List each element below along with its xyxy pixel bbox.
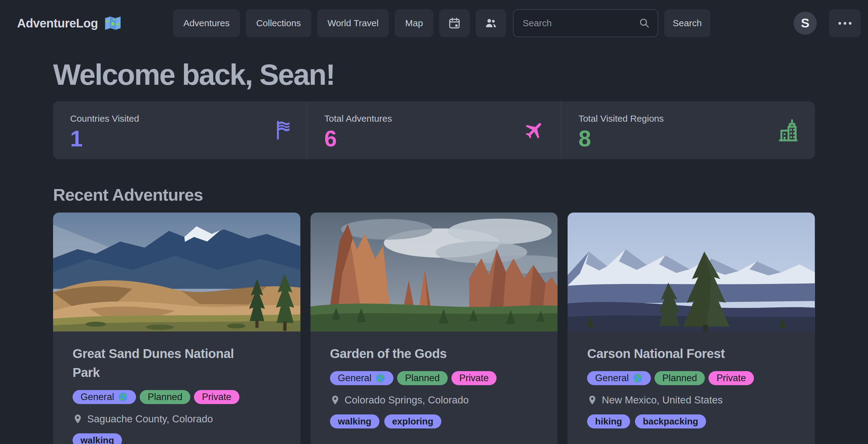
brand-title: AdventureLog (17, 17, 98, 30)
location-text: Saguache County, Colorado (87, 413, 213, 425)
adventure-card[interactable]: Garden of the Gods General Planned Priva… (310, 213, 558, 444)
status-badge: Planned (397, 371, 448, 385)
stat-value: 6 (324, 127, 544, 150)
category-badge: General (72, 390, 136, 404)
stat-total-adventures: Total Adventures 6 (307, 101, 561, 159)
badge-row: General Planned Private (330, 371, 538, 385)
plane-icon (524, 119, 546, 141)
nav-world-travel[interactable]: World Travel (317, 9, 389, 37)
location-row: New Mexico, United States (587, 394, 796, 406)
tag-row: walking exploring (330, 414, 538, 429)
adventure-card[interactable]: Carson National Forest General Planned P… (567, 213, 815, 444)
card-body: Great Sand Dunes National Park General P… (53, 331, 301, 444)
card-body: Garden of the Gods General Planned Priva… (310, 331, 558, 444)
tag-badge: walking (72, 433, 122, 444)
stat-countries-visited: Countries Visited 1 (53, 101, 307, 159)
adventure-card-grid: Great Sand Dunes National Park General P… (53, 213, 815, 444)
category-badge: General (587, 371, 651, 385)
flag-icon (275, 120, 291, 140)
location-text: New Mexico, United States (602, 394, 722, 406)
visibility-badge: Private (452, 371, 497, 385)
users-icon (484, 17, 497, 30)
stat-value: 1 (70, 127, 289, 150)
visibility-badge: Private (194, 390, 239, 404)
overflow-menu-button[interactable] (829, 9, 861, 37)
nav-map[interactable]: Map (395, 9, 433, 37)
badge-row: General Planned Private (587, 371, 796, 385)
location-row: Saguache County, Colorado (72, 413, 281, 425)
card-body: Carson National Forest General Planned P… (567, 331, 815, 444)
nav-right: S (794, 9, 861, 37)
globe-icon (375, 373, 385, 383)
tag-row: hiking backpacking (587, 414, 796, 429)
card-title: Garden of the Gods (330, 344, 513, 363)
nav-adventures[interactable]: Adventures (173, 9, 240, 37)
location-text: Colorado Springs, Colorado (345, 394, 469, 406)
tag-row: walking (72, 433, 281, 444)
map-icon (104, 14, 122, 32)
users-button[interactable] (475, 9, 506, 37)
avatar[interactable]: S (794, 11, 817, 35)
tag-badge: backpacking (635, 414, 706, 429)
main-content: Welcome back, Sean! Countries Visited 1 … (0, 59, 868, 444)
navbar: AdventureLog Adventures Collections Worl… (0, 0, 868, 46)
globe-icon (632, 373, 643, 383)
search-icon (639, 18, 650, 29)
recent-adventures-heading: Recent Adventures (53, 185, 815, 204)
city-icon (775, 117, 800, 144)
stat-total-visited-regions: Total Visited Regions 8 (561, 101, 815, 159)
snowy-mountains-photo (567, 213, 815, 331)
location-pin-icon (587, 395, 597, 405)
avatar-initial: S (801, 16, 809, 31)
sand-dunes-photo (53, 213, 301, 331)
card-title: Great Sand Dunes National Park (72, 344, 255, 382)
search-input[interactable] (513, 9, 658, 37)
nav-links: Adventures Collections World Travel Map (173, 9, 506, 37)
search-button[interactable]: Search (664, 9, 710, 37)
stat-label: Countries Visited (70, 114, 289, 124)
badge-row: General Planned Private (72, 390, 281, 404)
welcome-heading: Welcome back, Sean! (53, 59, 815, 91)
globe-icon (118, 392, 128, 402)
location-pin-icon (330, 395, 340, 405)
location-row: Colorado Springs, Colorado (330, 394, 538, 406)
stat-value: 8 (579, 127, 798, 150)
calendar-icon (448, 17, 461, 30)
location-pin-icon (72, 414, 83, 424)
tag-badge: exploring (384, 414, 441, 429)
calendar-button[interactable] (439, 9, 470, 37)
category-badge: General (330, 371, 394, 385)
stat-label: Total Visited Regions (579, 114, 798, 124)
status-badge: Planned (140, 390, 190, 404)
ellipsis-icon (838, 22, 841, 25)
stat-label: Total Adventures (324, 114, 544, 124)
status-badge: Planned (654, 371, 705, 385)
tag-badge: walking (330, 414, 379, 429)
adventure-card[interactable]: Great Sand Dunes National Park General P… (53, 213, 301, 444)
red-rocks-photo (310, 213, 558, 331)
search-group: Search (513, 9, 710, 37)
brand[interactable]: AdventureLog (17, 14, 122, 32)
card-title: Carson National Forest (587, 344, 770, 363)
stats-row: Countries Visited 1 Total Adventures 6 T… (53, 101, 815, 159)
tag-badge: hiking (587, 414, 630, 429)
nav-collections[interactable]: Collections (246, 9, 311, 37)
visibility-badge: Private (709, 371, 754, 385)
